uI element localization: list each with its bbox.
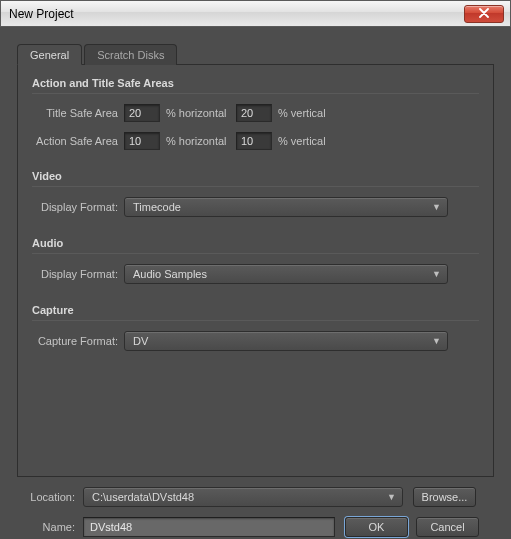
divider <box>32 93 479 94</box>
chevron-down-icon: ▼ <box>432 269 441 279</box>
name-input[interactable] <box>83 517 335 537</box>
capture-format-value: DV <box>133 335 148 347</box>
group-title-video: Video <box>32 170 479 182</box>
title-safe-vertical-input[interactable] <box>236 104 272 122</box>
name-label: Name: <box>17 521 83 533</box>
chevron-down-icon: ▼ <box>432 202 441 212</box>
unit-horizontal: % horizontal <box>160 107 236 119</box>
location-select[interactable]: C:\userdata\DVstd48 ▼ <box>83 487 403 507</box>
audio-display-format-select[interactable]: Audio Samples ▼ <box>124 264 448 284</box>
capture-format-label: Capture Format: <box>32 335 124 347</box>
action-safe-vertical-input[interactable] <box>236 132 272 150</box>
close-icon <box>478 8 490 20</box>
divider <box>32 253 479 254</box>
row-audio-display-format: Display Format: Audio Samples ▼ <box>32 264 479 284</box>
window-title: New Project <box>9 7 74 21</box>
divider <box>32 320 479 321</box>
group-capture: Capture Capture Format: DV ▼ <box>32 304 479 351</box>
row-name: Name: OK Cancel <box>17 517 494 537</box>
footer: Location: C:\userdata\DVstd48 ▼ Browse..… <box>17 487 494 537</box>
capture-format-select[interactable]: DV ▼ <box>124 331 448 351</box>
general-panel: Action and Title Safe Areas Title Safe A… <box>17 65 494 477</box>
video-display-format-value: Timecode <box>133 201 181 213</box>
row-capture-format: Capture Format: DV ▼ <box>32 331 479 351</box>
cancel-button[interactable]: Cancel <box>416 517 479 537</box>
chevron-down-icon: ▼ <box>432 336 441 346</box>
location-label: Location: <box>17 491 83 503</box>
tab-scratch-disks[interactable]: Scratch Disks <box>84 44 177 65</box>
row-video-display-format: Display Format: Timecode ▼ <box>32 197 479 217</box>
unit-vertical: % vertical <box>272 107 348 119</box>
group-title-safe: Action and Title Safe Areas <box>32 77 479 89</box>
ok-button[interactable]: OK <box>345 517 408 537</box>
row-action-safe: Action Safe Area % horizontal % vertical <box>32 132 479 150</box>
group-title-capture: Capture <box>32 304 479 316</box>
group-safe-areas: Action and Title Safe Areas Title Safe A… <box>32 77 479 150</box>
row-title-safe: Title Safe Area % horizontal % vertical <box>32 104 479 122</box>
title-safe-label: Title Safe Area <box>32 107 124 119</box>
action-safe-horizontal-input[interactable] <box>124 132 160 150</box>
divider <box>32 186 479 187</box>
group-audio: Audio Display Format: Audio Samples ▼ <box>32 237 479 284</box>
unit-horizontal: % horizontal <box>160 135 236 147</box>
titlebar: New Project <box>0 0 511 27</box>
close-button[interactable] <box>464 5 504 23</box>
row-location: Location: C:\userdata\DVstd48 ▼ Browse..… <box>17 487 494 507</box>
dialog-body: General Scratch Disks Action and Title S… <box>0 27 511 539</box>
tabbar: General Scratch Disks <box>17 43 494 65</box>
unit-vertical: % vertical <box>272 135 348 147</box>
video-display-format-select[interactable]: Timecode ▼ <box>124 197 448 217</box>
tab-general[interactable]: General <box>17 44 82 65</box>
audio-display-format-label: Display Format: <box>32 268 124 280</box>
action-safe-label: Action Safe Area <box>32 135 124 147</box>
video-display-format-label: Display Format: <box>32 201 124 213</box>
location-value: C:\userdata\DVstd48 <box>92 491 194 503</box>
browse-button[interactable]: Browse... <box>413 487 476 507</box>
title-safe-horizontal-input[interactable] <box>124 104 160 122</box>
group-title-audio: Audio <box>32 237 479 249</box>
chevron-down-icon: ▼ <box>387 492 396 502</box>
audio-display-format-value: Audio Samples <box>133 268 207 280</box>
group-video: Video Display Format: Timecode ▼ <box>32 170 479 217</box>
